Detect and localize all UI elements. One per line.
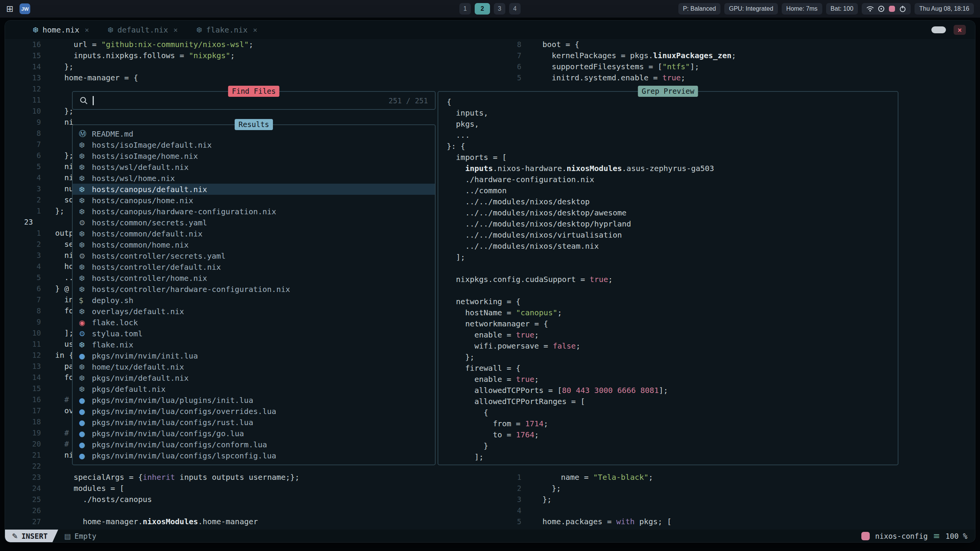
finder-result[interactable]: ❆hosts/common/home.nix bbox=[73, 239, 435, 250]
finder-result[interactable]: ❆overlays/default.nix bbox=[73, 306, 435, 317]
nix-icon: ❆ bbox=[79, 207, 92, 216]
repo-name: nixos-config bbox=[875, 532, 928, 540]
finder-result-label: deploy.sh bbox=[92, 296, 133, 305]
screenshare-icon bbox=[889, 5, 895, 12]
finder-result-label: pkgs/nvim/nvim/lua/configs/conform.lua bbox=[92, 440, 267, 449]
finder-result[interactable]: ❆hosts/controller/home.nix bbox=[73, 272, 435, 284]
finder-result[interactable]: ●pkgs/nvim/nvim/lua/configs/rust.lua bbox=[73, 417, 435, 428]
preview-line: enable = true; bbox=[438, 374, 898, 385]
nix-icon: ❆ bbox=[79, 274, 92, 282]
finder-result-label: hosts/controller/hardware-configuration.… bbox=[92, 285, 290, 294]
finder-result[interactable]: ❆hosts/canopus/hardware-configuration.ni… bbox=[73, 206, 435, 217]
preview-line: to = 1764; bbox=[438, 429, 898, 440]
mode-label: INSERT bbox=[21, 532, 48, 540]
finder-result[interactable]: ❆hosts/wsl/home.nix bbox=[73, 173, 435, 184]
find-files-results: Results ⓂREADME.md❆hosts/isoImage/defaul… bbox=[72, 124, 436, 465]
finder-result[interactable]: ❆hosts/common/default.nix bbox=[73, 228, 435, 239]
tab-close-icon[interactable]: × bbox=[85, 26, 89, 34]
code-text: kernelPackages = pkgs.linuxPackages_zen; bbox=[533, 50, 736, 61]
shell-icon: $ bbox=[79, 296, 92, 305]
workspace-3[interactable]: 3 bbox=[494, 3, 505, 15]
workspace-2[interactable]: 2 bbox=[475, 3, 490, 15]
finder-result[interactable]: ●pkgs/nvim/nvim/lua/configs/go.lua bbox=[73, 428, 435, 439]
tab-close-icon[interactable]: × bbox=[173, 26, 178, 34]
code-text: }; bbox=[533, 483, 561, 494]
apps-grid-icon[interactable]: ⊞ bbox=[6, 4, 13, 14]
preview-line: ../../modules/nixos/desktop/hyprland bbox=[438, 218, 898, 230]
logo-icon[interactable]: JW bbox=[20, 3, 30, 14]
status-modules: P: BalancedGPU: IntegratedHome: 7msBat: … bbox=[678, 3, 858, 15]
finder-result[interactable]: ❆home/tux/default.nix bbox=[73, 361, 435, 372]
git-icon bbox=[861, 532, 870, 540]
nix-icon: ❆ bbox=[79, 307, 92, 316]
finder-result[interactable]: ⚙hosts/controller/secrets.yaml bbox=[73, 250, 435, 261]
finder-result-label: README.md bbox=[92, 129, 133, 139]
power-icon[interactable] bbox=[899, 5, 906, 12]
finder-result[interactable]: ●pkgs/nvim/nvim/lua/configs/lspconfig.lu… bbox=[73, 450, 435, 461]
code-line: 5 home.packages = with pkgs; [ bbox=[5, 516, 975, 527]
finder-result-label: flake.nix bbox=[92, 340, 133, 349]
nix-icon: ❆ bbox=[79, 141, 92, 149]
preview-line: firewall = { bbox=[438, 363, 898, 374]
tab-home.nix[interactable]: ❆home.nix× bbox=[33, 25, 89, 34]
code-line: 4 bbox=[5, 505, 975, 516]
tab-bar: ❆home.nix×❆default.nix×❆flake.nix× × bbox=[5, 21, 975, 39]
finder-result[interactable]: ❆hosts/isoImage/default.nix bbox=[73, 139, 435, 150]
finder-result-label: hosts/controller/default.nix bbox=[92, 262, 221, 272]
finder-result[interactable]: $deploy.sh bbox=[73, 295, 435, 306]
finder-result[interactable]: ●pkgs/nvim/nvim/lua/configs/overrides.lu… bbox=[73, 406, 435, 417]
lua-icon: ● bbox=[79, 352, 92, 360]
finder-result[interactable]: ❆hosts/canopus/home.nix bbox=[73, 195, 435, 206]
status-module: Home: 7ms bbox=[782, 3, 822, 15]
line-number: 7 bbox=[494, 50, 521, 61]
finder-result-label: hosts/canopus/hardware-configuration.nix bbox=[92, 207, 276, 216]
workspace-switcher: 1234 bbox=[459, 3, 521, 15]
line-number: 6 bbox=[494, 61, 521, 72]
toml-icon: ⚙ bbox=[79, 329, 92, 338]
preview-line: inputs.nixos-hardware.nixosModules.asus-… bbox=[438, 163, 898, 174]
preview-line: ../../modules/nixos/desktop/awesome bbox=[438, 207, 898, 218]
finder-result[interactable]: ◉flake.lock bbox=[73, 317, 435, 328]
window-controls: × bbox=[931, 25, 966, 35]
tab-close-icon[interactable]: × bbox=[253, 26, 257, 34]
window-close-button[interactable]: × bbox=[954, 25, 966, 35]
finder-result[interactable]: ❆flake.nix bbox=[73, 339, 435, 350]
code-line: 7 kernelPackages = pkgs.linuxPackages_ze… bbox=[5, 50, 975, 61]
finder-result[interactable]: ●pkgs/nvim/nvim/init.lua bbox=[73, 350, 435, 361]
preview-line: wifi.powersave = false; bbox=[438, 341, 898, 352]
preview-line: { bbox=[438, 96, 898, 108]
finder-result-label: hosts/controller/home.nix bbox=[92, 274, 207, 283]
workspace-4[interactable]: 4 bbox=[509, 3, 521, 15]
nix-icon: ❆ bbox=[79, 196, 92, 205]
nix-icon: ❆ bbox=[196, 26, 203, 34]
finder-result[interactable]: ❆hosts/controller/default.nix bbox=[73, 261, 435, 272]
toggle-switch[interactable] bbox=[931, 26, 946, 33]
finder-result-label: pkgs/nvim/nvim/lua/configs/rust.lua bbox=[92, 418, 253, 427]
workspace-1[interactable]: 1 bbox=[459, 3, 471, 15]
tab-flake.nix[interactable]: ❆flake.nix× bbox=[196, 25, 258, 34]
finder-result[interactable]: ❆hosts/controller/hardware-configuration… bbox=[73, 284, 435, 295]
finder-result-label: hosts/canopus/default.nix bbox=[92, 185, 207, 194]
lua-icon: ● bbox=[79, 407, 92, 416]
finder-result[interactable]: ❆hosts/isoImage/home.nix bbox=[73, 150, 435, 161]
finder-result[interactable]: ❆hosts/canopus/default.nix bbox=[73, 184, 435, 195]
finder-result[interactable]: ❆pkgs/nvim/default.nix bbox=[73, 372, 435, 383]
tab-label: home.nix bbox=[42, 25, 79, 34]
buffer-label: Empty bbox=[75, 532, 96, 540]
finder-result[interactable]: ⚙stylua.toml bbox=[73, 328, 435, 339]
find-files-prompt[interactable]: Find Files 251 / 251 bbox=[72, 91, 436, 110]
preview-line: ./hardware-configuration.nix bbox=[438, 174, 898, 185]
code-line: 6 supportedFilesystems = ["ntfs"]; bbox=[5, 61, 975, 72]
finder-result[interactable]: ●pkgs/nvim/nvim/lua/configs/conform.lua bbox=[73, 439, 435, 450]
nix-icon: ❆ bbox=[79, 385, 92, 393]
finder-result[interactable]: ❆hosts/wsl/default.nix bbox=[73, 161, 435, 173]
wifi-icon bbox=[866, 6, 874, 12]
finder-result[interactable]: ⚙hosts/common/secrets.yaml bbox=[73, 217, 435, 228]
preview-line: inputs, bbox=[438, 108, 898, 119]
finder-result[interactable]: ❆pkgs/default.nix bbox=[73, 383, 435, 395]
tab-default.nix[interactable]: ❆default.nix× bbox=[108, 25, 178, 34]
yaml-icon: ⚙ bbox=[79, 218, 92, 227]
system-bar: ⊞ JW 1234 P: BalancedGPU: IntegratedHome… bbox=[0, 0, 980, 18]
finder-result[interactable]: ●pkgs/nvim/nvim/lua/plugins/init.lua bbox=[73, 395, 435, 406]
finder-result-label: hosts/controller/secrets.yaml bbox=[92, 251, 225, 261]
